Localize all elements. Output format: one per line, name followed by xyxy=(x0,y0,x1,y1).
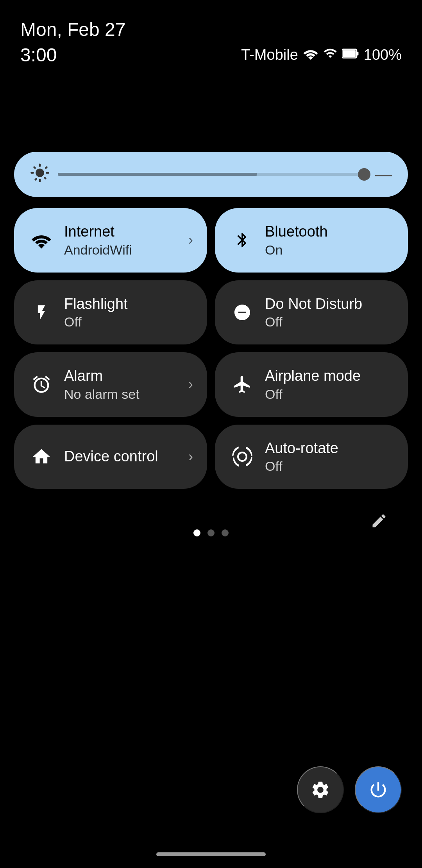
brightness-line-icon: — xyxy=(375,165,392,184)
brightness-track[interactable] xyxy=(58,173,364,176)
home-indicator xyxy=(156,852,266,856)
tile-flashlight-subtitle: Off xyxy=(64,314,128,330)
page-indicators xyxy=(193,529,229,536)
tile-devicecontrol-title: Device control xyxy=(64,448,158,466)
tile-alarm-text: Alarm No alarm set xyxy=(64,367,139,402)
brightness-slider-row[interactable]: — xyxy=(14,152,408,197)
tile-internet[interactable]: Internet AndroidWifi › xyxy=(14,208,207,273)
tile-flashlight[interactable]: Flashlight Off xyxy=(14,280,207,345)
brightness-handle[interactable] xyxy=(358,168,370,181)
tile-bluetooth-text: Bluetooth On xyxy=(265,223,328,258)
battery-icon xyxy=(342,47,359,63)
carrier-label: T-Mobile xyxy=(241,47,298,63)
tile-devicecontrol-chevron: › xyxy=(188,448,193,465)
alarm-icon xyxy=(30,374,53,395)
tile-bluetooth-title: Bluetooth xyxy=(265,223,328,241)
brightness-icon xyxy=(30,163,50,186)
svg-rect-2 xyxy=(343,50,356,57)
tile-devicecontrol[interactable]: Device control › xyxy=(14,425,207,489)
status-bar: Mon, Feb 27 xyxy=(0,0,422,40)
airplane-icon xyxy=(231,374,254,395)
edit-button[interactable] xyxy=(370,512,388,533)
tile-internet-title: Internet xyxy=(64,223,132,241)
page-dot-2[interactable] xyxy=(222,529,229,536)
tile-alarm-title: Alarm xyxy=(64,367,139,385)
tile-donotdisturb-title: Do Not Disturb xyxy=(265,295,362,313)
home-icon xyxy=(30,447,53,467)
quick-settings-panel: — Internet AndroidWifi › Bluetooth On Fl… xyxy=(14,152,408,536)
settings-button[interactable] xyxy=(297,766,344,813)
bluetooth-icon xyxy=(231,230,254,250)
tile-donotdisturb-text: Do Not Disturb Off xyxy=(265,295,362,330)
tile-internet-text: Internet AndroidWifi xyxy=(64,223,132,258)
tile-flashlight-title: Flashlight xyxy=(64,295,128,313)
tile-autorotate-title: Auto-rotate xyxy=(265,439,338,457)
tile-alarm-subtitle: No alarm set xyxy=(64,387,139,402)
page-indicators-row xyxy=(14,509,408,536)
tile-airplanemode-text: Airplane mode Off xyxy=(265,367,361,402)
tile-internet-chevron: › xyxy=(188,232,193,248)
tile-bluetooth[interactable]: Bluetooth On xyxy=(215,208,408,273)
flashlight-icon xyxy=(30,302,53,323)
tile-internet-subtitle: AndroidWifi xyxy=(64,242,132,258)
page-dot-1[interactable] xyxy=(207,529,215,536)
page-dot-0[interactable] xyxy=(193,529,200,536)
wifi-icon xyxy=(30,231,53,249)
tile-donotdisturb-subtitle: Off xyxy=(265,314,362,330)
wifi-status-icon xyxy=(303,47,318,63)
tile-alarm[interactable]: Alarm No alarm set › xyxy=(14,352,207,417)
tile-airplanemode-title: Airplane mode xyxy=(265,367,361,385)
bottom-buttons xyxy=(297,766,402,813)
tile-flashlight-text: Flashlight Off xyxy=(64,295,128,330)
tile-autorotate[interactable]: Auto-rotate Off xyxy=(215,425,408,489)
battery-label: 100% xyxy=(364,47,402,63)
status-time: 3:00 xyxy=(20,44,57,66)
power-button[interactable] xyxy=(355,766,402,813)
brightness-fill xyxy=(58,173,257,176)
tile-bluetooth-subtitle: On xyxy=(265,242,328,258)
svg-rect-1 xyxy=(357,52,359,55)
tile-airplanemode[interactable]: Airplane mode Off xyxy=(215,352,408,417)
tile-devicecontrol-text: Device control xyxy=(64,448,158,466)
dnd-icon xyxy=(231,303,254,322)
tiles-grid: Internet AndroidWifi › Bluetooth On Flas… xyxy=(14,208,408,489)
tile-autorotate-text: Auto-rotate Off xyxy=(265,439,338,474)
rotate-icon xyxy=(231,447,254,467)
tile-autorotate-subtitle: Off xyxy=(265,459,338,474)
tile-alarm-chevron: › xyxy=(188,376,193,393)
status-carrier-area: T-Mobile 100% xyxy=(241,46,402,64)
tile-airplanemode-subtitle: Off xyxy=(265,387,361,402)
signal-icon xyxy=(323,46,337,64)
status-date: Mon, Feb 27 xyxy=(20,19,125,40)
tile-donotdisturb[interactable]: Do Not Disturb Off xyxy=(215,280,408,345)
